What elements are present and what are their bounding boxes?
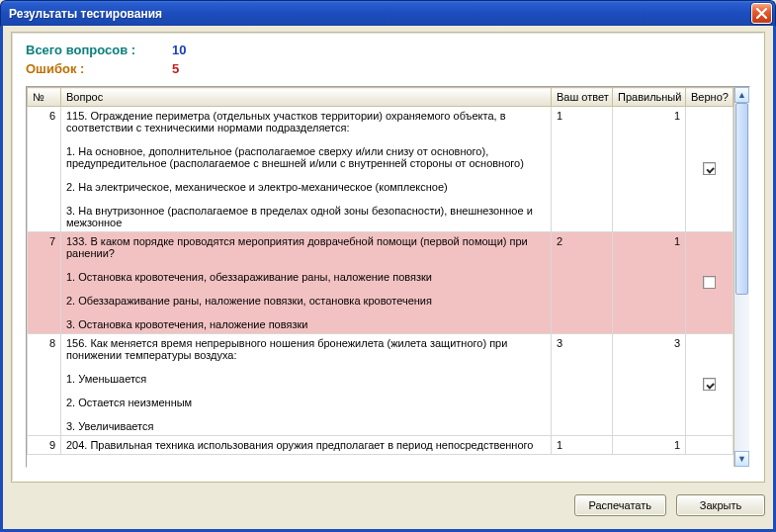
cell-question: 204. Правильная техника использования ор… bbox=[61, 436, 552, 455]
cell-ok bbox=[686, 107, 733, 232]
table-row[interactable]: 6115. Ограждение периметра (отдельных уч… bbox=[28, 107, 733, 232]
cell-question: 115. Ограждение периметра (отдельных уча… bbox=[61, 107, 552, 232]
cell-num: 6 bbox=[28, 107, 61, 232]
button-row: Распечатать Закрыть bbox=[11, 494, 765, 516]
cell-your-answer: 1 bbox=[552, 436, 613, 455]
close-icon[interactable] bbox=[751, 3, 772, 24]
summary-panel: Всего вопросов : 10 Ошибок : 5 № Вопрос … bbox=[11, 32, 765, 483]
total-questions-line: Всего вопросов : 10 bbox=[26, 43, 750, 57]
col-question[interactable]: Вопрос bbox=[61, 88, 552, 107]
cell-your-answer: 2 bbox=[552, 232, 613, 334]
print-button[interactable]: Распечатать bbox=[574, 494, 666, 516]
vertical-scrollbar[interactable]: ▲ ▼ bbox=[733, 87, 749, 467]
cell-ok bbox=[686, 334, 733, 436]
errors-line: Ошибок : 5 bbox=[26, 61, 750, 76]
results-table: № Вопрос Ваш ответ Правильный Верно? 611… bbox=[26, 86, 750, 468]
checkbox-icon bbox=[703, 378, 716, 391]
cell-num: 8 bbox=[28, 334, 61, 436]
col-ok[interactable]: Верно? bbox=[686, 88, 733, 107]
scroll-up-icon[interactable]: ▲ bbox=[734, 87, 749, 103]
cell-correct-answer: 1 bbox=[613, 107, 686, 232]
col-your[interactable]: Ваш ответ bbox=[552, 88, 613, 107]
scrollbar-thumb[interactable] bbox=[735, 103, 748, 295]
checkbox-icon bbox=[703, 276, 716, 289]
cell-your-answer: 1 bbox=[552, 107, 613, 232]
cell-question: 156. Как меняется время непрерывного нош… bbox=[61, 334, 552, 436]
scrollbar-track[interactable] bbox=[734, 103, 749, 451]
cell-num: 7 bbox=[28, 232, 61, 334]
titlebar: Результаты тестирования bbox=[0, 0, 776, 26]
table-header-row: № Вопрос Ваш ответ Правильный Верно? bbox=[28, 88, 733, 107]
checkbox-icon bbox=[703, 162, 716, 175]
table-row[interactable]: 9204. Правильная техника использования о… bbox=[28, 436, 733, 455]
cell-ok bbox=[686, 232, 733, 334]
cell-correct-answer: 1 bbox=[613, 436, 686, 455]
cell-ok bbox=[686, 436, 733, 455]
table-row[interactable]: 7133. В каком порядке проводятся меропри… bbox=[28, 232, 733, 334]
window-title: Результаты тестирования bbox=[9, 7, 751, 21]
col-num[interactable]: № bbox=[28, 88, 61, 107]
total-questions-label: Всего вопросов : bbox=[26, 43, 172, 57]
cell-correct-answer: 3 bbox=[613, 334, 686, 436]
close-button[interactable]: Закрыть bbox=[676, 494, 765, 516]
window-body: Всего вопросов : 10 Ошибок : 5 № Вопрос … bbox=[0, 26, 776, 532]
cell-question: 133. В каком порядке проводятся мероприя… bbox=[61, 232, 552, 334]
total-questions-value: 10 bbox=[172, 43, 186, 57]
errors-value: 5 bbox=[172, 61, 179, 76]
scroll-down-icon[interactable]: ▼ bbox=[734, 451, 749, 467]
cell-num: 9 bbox=[28, 436, 61, 455]
cell-correct-answer: 1 bbox=[613, 232, 686, 334]
cell-your-answer: 3 bbox=[552, 334, 613, 436]
table-row[interactable]: 8156. Как меняется время непрерывного но… bbox=[28, 334, 733, 436]
errors-label: Ошибок : bbox=[26, 61, 172, 76]
col-correct[interactable]: Правильный bbox=[613, 88, 686, 107]
